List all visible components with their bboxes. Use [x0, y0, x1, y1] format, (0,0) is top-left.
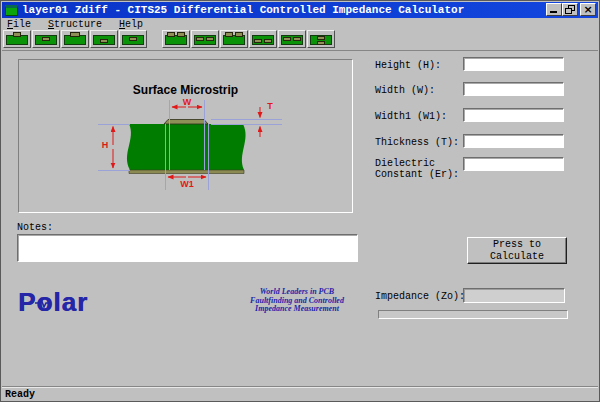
toolbar-button-diff-centered-stripline[interactable]	[278, 30, 306, 48]
menu-bar: File Structure Help	[3, 19, 150, 30]
diff-surface-microstrip-icon	[165, 32, 187, 45]
width1-label: Width1 (W1):	[375, 112, 467, 123]
toolbar-button-diff-broadside-stripline[interactable]	[307, 30, 335, 48]
impedance-result-field	[463, 288, 565, 303]
dielectric-input[interactable]	[463, 157, 564, 171]
width-input[interactable]	[463, 82, 564, 96]
width-label: Width (W):	[375, 86, 467, 97]
offset-stripline-icon	[93, 32, 115, 45]
toolbar-button-diff-embedded-microstrip[interactable]	[191, 30, 219, 48]
window-title: layer01 Zdiff - CITS25 Differential Cont…	[22, 4, 464, 16]
impedance-label: Impedance (Zo):	[375, 291, 465, 302]
toolbar-button-embedded-microstrip[interactable]	[32, 30, 60, 48]
structure-cross-section-drawing	[19, 60, 354, 214]
dimension-label-w1: W1	[173, 179, 201, 189]
height-input[interactable]	[463, 57, 564, 71]
embedded-microstrip-icon	[35, 32, 57, 45]
status-bar: Ready	[2, 386, 598, 400]
toolbar-button-diff-offset-stripline[interactable]	[249, 30, 277, 48]
menu-structure[interactable]: Structure	[48, 19, 102, 30]
polar-pulse-icon	[34, 297, 52, 309]
menu-help[interactable]: Help	[119, 19, 143, 30]
dimension-label-h: H	[99, 140, 111, 150]
diff-coated-microstrip-icon	[223, 32, 245, 45]
centered-stripline-icon	[122, 32, 144, 45]
toolbar-button-diff-surface-microstrip[interactable]	[162, 30, 190, 48]
progress-bar	[378, 310, 568, 319]
calculate-button[interactable]: Press to Calculate	[467, 237, 567, 264]
diff-offset-stripline-icon	[252, 32, 274, 45]
status-text: Ready	[5, 389, 35, 400]
dielectric-label: Dielectric Constant (Er):	[375, 159, 467, 180]
thickness-input[interactable]	[463, 134, 564, 148]
diff-embedded-microstrip-icon	[194, 32, 216, 45]
notes-label: Notes:	[17, 222, 53, 233]
close-icon: ×	[581, 3, 595, 16]
polar-logo: Polar	[18, 287, 88, 318]
diff-broadside-stripline-icon	[310, 32, 332, 45]
minimize-button[interactable]	[546, 3, 562, 16]
toolbar-button-diff-coated-microstrip[interactable]	[220, 30, 248, 48]
toolbar-button-centered-stripline[interactable]	[119, 30, 147, 48]
notes-input[interactable]	[17, 234, 358, 262]
close-button[interactable]: ×	[580, 3, 596, 16]
diff-centered-stripline-icon	[281, 32, 303, 45]
app-window: layer01 Zdiff - CITS25 Differential Cont…	[0, 0, 600, 402]
dimension-label-t: T	[264, 101, 276, 111]
coated-microstrip-icon	[64, 32, 86, 45]
height-label: Height (H):	[375, 61, 467, 72]
thickness-label: Thickness (T):	[375, 138, 467, 149]
surface-microstrip-icon	[6, 32, 28, 45]
polar-tagline: World Leaders in PCB Faultfinding and Co…	[237, 288, 357, 314]
app-icon	[5, 5, 18, 16]
toolbar-button-surface-microstrip[interactable]	[3, 30, 31, 48]
toolbar	[2, 30, 598, 51]
minimize-icon	[550, 11, 557, 13]
structure-diagram-panel: Surface Microstrip	[18, 59, 353, 213]
toolbar-button-coated-microstrip[interactable]	[61, 30, 89, 48]
width1-input[interactable]	[463, 108, 564, 122]
restore-button[interactable]	[562, 3, 578, 16]
dimension-label-w: W	[175, 97, 199, 107]
menu-file[interactable]: File	[7, 19, 31, 30]
title-bar: layer01 Zdiff - CITS25 Differential Cont…	[2, 2, 598, 18]
toolbar-button-offset-stripline[interactable]	[90, 30, 118, 48]
